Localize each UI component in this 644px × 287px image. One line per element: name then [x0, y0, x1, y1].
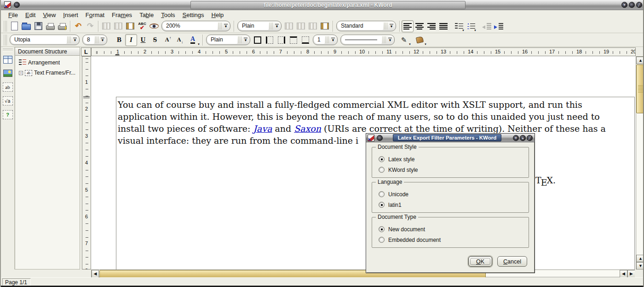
scroll-right-button[interactable]: ▶: [627, 270, 635, 278]
undo-button[interactable]: ↶: [72, 20, 84, 32]
decrease-indent-button[interactable]: [481, 20, 493, 32]
paragraph-style-combo[interactable]: Plain ▼: [237, 21, 282, 31]
insert-formula-button[interactable]: √a: [2, 95, 14, 107]
edit-frame-button[interactable]: [100, 20, 112, 32]
menu-insert[interactable]: Insert: [59, 11, 82, 19]
chevron-down-icon[interactable]: ▼: [223, 24, 229, 29]
ok-button[interactable]: OK: [468, 256, 492, 267]
zoom-combo[interactable]: 200% ▼: [161, 21, 230, 31]
menu-tools[interactable]: Tools: [157, 11, 178, 19]
dialog-title-bar[interactable]: − Latex Export Filter Parameters - KWord…: [366, 134, 535, 142]
border-outline-button[interactable]: [252, 34, 264, 46]
border-color-button[interactable]: ✎▼: [396, 34, 412, 46]
print-button[interactable]: [44, 20, 56, 32]
chevron-down-icon[interactable]: ▼: [330, 38, 336, 42]
close-button[interactable]: ╱: [636, 2, 642, 8]
radio-latin1[interactable]: [379, 202, 385, 208]
border-right-button[interactable]: [276, 34, 288, 46]
radio-embedded-document[interactable]: [379, 237, 385, 243]
autocorrect-button[interactable]: [148, 20, 160, 32]
open-button[interactable]: [20, 20, 32, 32]
vertical-ruler[interactable]: 12345678: [82, 56, 91, 269]
menu-file[interactable]: File: [5, 11, 22, 19]
align-right-button[interactable]: [426, 20, 437, 32]
minimize-button[interactable]: −: [629, 2, 635, 8]
radio-option-unicode[interactable]: Unicode: [379, 189, 529, 199]
bullet-list-button[interactable]: ▼: [465, 20, 477, 32]
strikethrough-button[interactable]: S: [149, 34, 161, 46]
shade-button[interactable]: ▾: [621, 2, 627, 8]
radio-unicode[interactable]: [379, 191, 385, 197]
radio-kword-style[interactable]: [379, 167, 385, 173]
chevron-down-icon[interactable]: ▼: [242, 38, 249, 42]
radio-new-document[interactable]: [379, 226, 385, 232]
menu-edit[interactable]: Edit: [22, 11, 39, 19]
radio-option-latex-style[interactable]: Latex style: [379, 154, 529, 164]
expander-icon[interactable]: +: [19, 71, 23, 75]
vertical-scrollbar[interactable]: ▲ ▲ ▼: [636, 56, 644, 269]
dialog-maximize-button[interactable]: ▴: [520, 135, 526, 141]
sidebar-item-arrangement[interactable]: Arrangement: [19, 59, 79, 66]
italic-button[interactable]: I: [125, 34, 137, 46]
border-left-button[interactable]: [264, 34, 276, 46]
menu-format[interactable]: Format: [82, 11, 108, 19]
font-size-combo[interactable]: 8 ▼: [82, 35, 107, 45]
increase-indent-button[interactable]: [493, 20, 505, 32]
menu-settings[interactable]: Settings: [179, 11, 208, 19]
chevron-down-icon[interactable]: ▼: [99, 38, 106, 42]
font-color-button[interactable]: A▼: [185, 34, 201, 46]
insert-column-button[interactable]: [295, 20, 307, 32]
radio-option-embedded-document[interactable]: Embedded document: [379, 234, 529, 245]
scroll-left-button[interactable]: ◀: [92, 270, 99, 278]
tab-stop-button[interactable]: L: [81, 47, 91, 56]
redo-button[interactable]: ↷: [84, 20, 96, 32]
underline-button[interactable]: U: [137, 34, 149, 46]
vertical-scrollbar-thumb[interactable]: [636, 64, 644, 113]
sidebar-item-text-frames-fr[interactable]: +abText Frames/Fr...: [19, 70, 79, 76]
window-menu-button[interactable]: −: [14, 2, 20, 8]
scroll-up-button[interactable]: ▲: [636, 255, 644, 262]
scroll-left-button[interactable]: ◀: [620, 270, 627, 278]
print-preview-button[interactable]: [56, 20, 68, 32]
table-template-combo[interactable]: Standard ▼: [336, 21, 396, 31]
kword-app-icon[interactable]: [4, 1, 11, 8]
dialog-menu-button[interactable]: −: [377, 135, 383, 141]
chevron-down-icon[interactable]: ▼: [387, 38, 393, 42]
hyperlink-saxon[interactable]: Saxon: [294, 123, 321, 134]
cancel-button[interactable]: Cancel: [497, 256, 527, 267]
font-family-combo[interactable]: Utopia ▼: [10, 35, 80, 45]
insert-object-button[interactable]: ?: [2, 109, 14, 121]
border-bottom-button[interactable]: [299, 34, 311, 46]
chevron-down-icon[interactable]: ▼: [388, 24, 395, 29]
radio-option-latin1[interactable]: latin1: [379, 199, 529, 210]
align-left-button[interactable]: [402, 20, 414, 32]
toolbar-handle[interactable]: [3, 21, 7, 32]
document-page[interactable]: You can of course buy and install a full…: [91, 56, 636, 269]
chevron-down-icon[interactable]: ▼: [72, 38, 78, 42]
chevron-down-icon[interactable]: ▼: [274, 24, 280, 29]
insert-row-button[interactable]: [283, 20, 295, 32]
frame-style-combo[interactable]: Plain ▼: [206, 35, 250, 45]
border-style-combo[interactable]: ▼: [340, 35, 395, 45]
frame-properties-button[interactable]: [124, 20, 136, 32]
superscript-button[interactable]: A↑: [161, 34, 173, 46]
insert-text-frame-button[interactable]: ab: [2, 81, 14, 93]
save-button[interactable]: [32, 20, 44, 32]
dialog-shade-button[interactable]: ▾: [513, 135, 519, 141]
dialog-close-button[interactable]: ╱: [527, 135, 533, 141]
insert-table-button[interactable]: [2, 53, 14, 65]
menu-frames[interactable]: Frames: [108, 11, 136, 19]
align-justify-button[interactable]: [437, 20, 449, 32]
delete-row-button[interactable]: [307, 20, 319, 32]
scroll-up-button[interactable]: ▲: [636, 57, 644, 64]
radio-option-kword-style[interactable]: KWord style: [379, 164, 529, 175]
title-bar[interactable]: − file:/home/peter/doc/beginlatex/para.x…: [1, 0, 644, 10]
menu-view[interactable]: View: [39, 11, 59, 19]
toolbar-handle[interactable]: [3, 35, 7, 46]
insert-picture-button[interactable]: [2, 67, 14, 79]
numbered-list-button[interactable]: ▼: [453, 20, 465, 32]
horizontal-scrollbar[interactable]: ◀ ◀ ▶: [91, 269, 635, 277]
bold-button[interactable]: B: [113, 34, 125, 46]
menu-help[interactable]: Help: [208, 11, 228, 19]
menu-table[interactable]: Table: [136, 11, 157, 19]
